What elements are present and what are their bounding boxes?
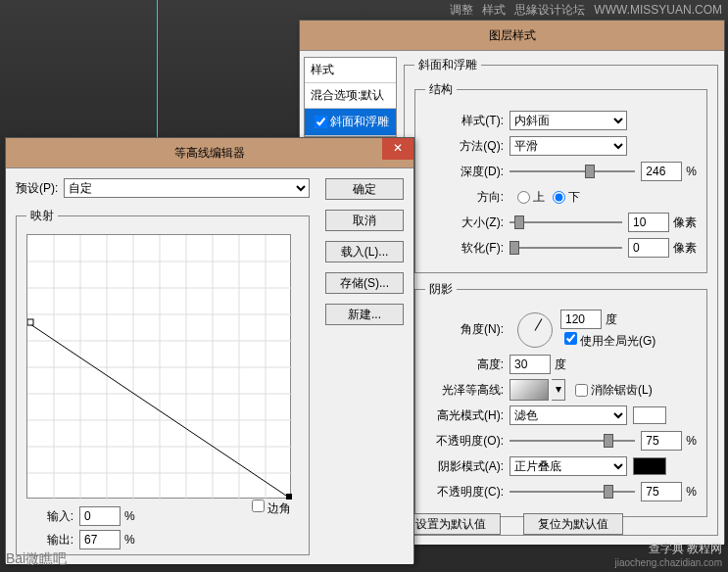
style-list-blend[interactable]: 混合选项:默认 [305,83,396,109]
mapping-fieldset: 映射 输入:% 输出:% 边角 [16,208,310,555]
structure-fieldset: 结构 样式(T):内斜面 方法(Q):平滑 深度(D):% 方向:上下 大小(Z… [414,81,707,273]
gloss-label: 光泽等高线: [425,382,504,399]
shadow-mode-select[interactable]: 正片叠底 [510,456,627,476]
direction-label: 方向: [425,189,504,206]
shadow-opacity-label: 不透明度(C): [425,484,504,500]
style-select[interactable]: 内斜面 [510,111,627,130]
direction-up-radio[interactable] [517,191,530,204]
shading-fieldset: 阴影 角度(N): 度 使用全局光(G) 高度:度 光泽等高线:▾消除锯齿(L)… [414,281,707,517]
highlight-opacity-input[interactable] [641,431,682,451]
gloss-contour-swatch[interactable] [510,379,549,401]
shadow-opacity-slider[interactable] [510,485,635,499]
highlight-mode-select[interactable]: 滤色 [510,405,627,425]
contour-editor-title: 等高线编辑器 ✕ [6,138,413,167]
shadow-mode-label: 阴影模式(A): [425,458,504,475]
style-list: 样式 混合选项:默认 斜面和浮雕 [304,57,397,137]
highlight-opacity-slider[interactable] [510,434,635,448]
shading-legend: 阴影 [425,281,457,298]
preset-select[interactable]: 自定 [64,178,310,198]
input-field[interactable] [79,506,121,526]
size-input[interactable] [628,213,669,232]
angle-label: 角度(N): [425,321,504,338]
bevel-legend: 斜面和浮雕 [414,57,481,73]
shadow-opacity-input[interactable] [641,482,682,501]
antialias-label: 消除锯齿(L) [591,382,653,399]
save-button[interactable]: 存储(S)... [325,272,404,294]
altitude-input[interactable] [510,355,551,374]
layer-style-title: 图层样式 [300,21,724,50]
style-list-bevel[interactable]: 斜面和浮雕 [305,109,396,136]
shadow-color-swatch[interactable] [633,457,666,475]
direction-down-radio[interactable] [553,191,565,204]
highlight-mode-label: 高光模式(H): [425,407,504,424]
method-select[interactable]: 平滑 [510,136,627,156]
contour-graph[interactable] [26,234,291,499]
output-field[interactable] [79,530,121,549]
angle-dial[interactable] [517,312,553,348]
px-unit: 像素 [673,214,697,231]
px-unit2: 像素 [673,240,697,257]
antialias-checkbox[interactable] [575,384,588,397]
structure-legend: 结构 [425,81,457,98]
deg-unit2: 度 [555,357,566,373]
output-label: 输出: [26,532,73,548]
soften-input[interactable] [628,238,669,258]
altitude-label: 高度: [425,357,504,373]
size-slider[interactable] [510,215,622,229]
reset-default-button[interactable]: 复位为默认值 [523,513,623,535]
highlight-color-swatch[interactable] [633,406,666,424]
depth-slider[interactable] [510,165,635,178]
tab-adjust[interactable]: 调整 [450,3,473,17]
ok-button[interactable]: 确定 [325,178,404,200]
corner-label: 边角 [267,501,291,515]
pct-unit: % [686,165,697,178]
method-label: 方法(Q): [425,138,504,155]
watermark-forum: 思緣设计论坛 [514,3,585,17]
load-button[interactable]: 载入(L)... [325,241,404,262]
svg-rect-19 [27,319,33,325]
contour-editor-dialog: 等高线编辑器 ✕ 预设(P): 自定 确定 取消 载入(L)... 存储(S).… [5,137,414,563]
depth-input[interactable] [641,162,682,181]
highlight-opacity-label: 不透明度(O): [425,433,504,450]
global-light-label: 使用全局光(G) [580,334,655,348]
set-default-button[interactable]: 设置为默认值 [401,513,501,535]
cancel-button[interactable]: 取消 [325,210,404,231]
watermark-bottom-left: Bai微瞧吧 [6,550,67,568]
new-button[interactable]: 新建... [325,304,404,325]
soften-slider[interactable] [510,241,622,255]
bevel-checkbox[interactable] [315,116,327,128]
chevron-down-icon[interactable]: ▾ [552,379,565,401]
guide-line [157,0,158,137]
global-light-checkbox[interactable] [564,332,577,345]
angle-input[interactable] [560,310,602,329]
watermark-forum-url: WWW.MISSYUAN.COM [594,3,722,17]
corner-checkbox[interactable] [252,500,265,512]
style-list-header[interactable]: 样式 [305,58,396,83]
mapping-legend: 映射 [26,208,58,224]
size-label: 大小(Z): [425,214,504,231]
panel-tabs: 调整 样式 思緣设计论坛 WWW.MISSYUAN.COM [438,0,728,18]
tab-styles[interactable]: 样式 [482,3,506,17]
soften-label: 软化(F): [425,240,504,257]
preset-label: 预设(P): [16,180,58,197]
bevel-fieldset: 斜面和浮雕 结构 样式(T):内斜面 方法(Q):平滑 深度(D):% 方向:上… [404,57,718,536]
depth-label: 深度(D): [425,164,504,180]
deg-unit: 度 [606,312,617,326]
input-label: 输入: [26,508,73,525]
style-label: 样式(T): [425,113,504,129]
watermark-bottom-right: 查字典 教程网jiaocheng.chazidian.com [614,539,722,568]
close-icon[interactable]: ✕ [382,138,413,160]
